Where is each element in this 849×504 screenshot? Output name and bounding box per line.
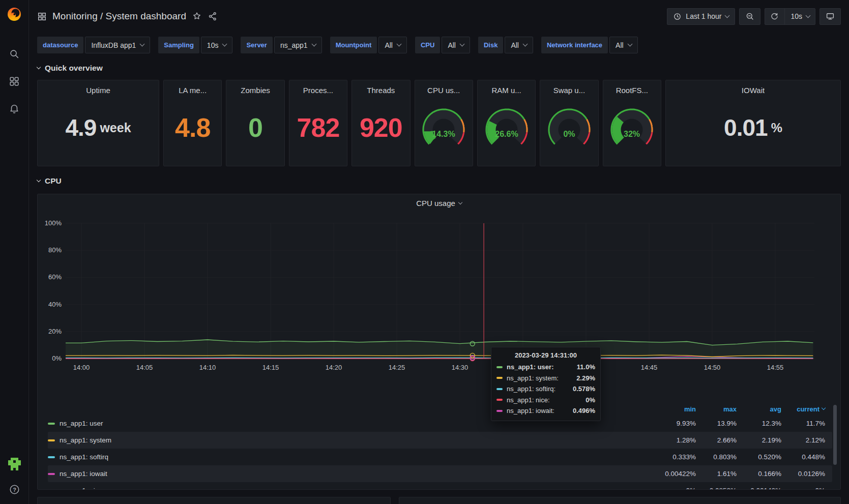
share-icon[interactable] xyxy=(208,11,218,21)
stat-value: 4.8 xyxy=(175,95,210,166)
variable-value-dropdown[interactable]: All xyxy=(505,37,533,53)
dashboard-title[interactable]: Monitoring / System dashboard xyxy=(52,11,186,22)
tooltip-timestamp: 2023-03-29 14:31:00 xyxy=(496,351,595,359)
legend-max-value: 1.61% xyxy=(696,470,737,478)
chevron-down-icon xyxy=(37,178,41,182)
svg-text:60%: 60% xyxy=(48,273,62,281)
partial-panel xyxy=(399,497,841,504)
tooltip-series-row: ns_app1: user:11.0% xyxy=(496,362,595,373)
search-icon[interactable] xyxy=(6,46,23,62)
dashboards-icon[interactable] xyxy=(6,74,23,89)
tooltip-series-value: 0.496% xyxy=(573,407,595,414)
tooltip-series-row: ns_app1: system:2.29% xyxy=(496,373,595,384)
refresh-icon xyxy=(770,12,779,21)
variable-disk: DiskAll xyxy=(478,37,533,53)
variable-value-dropdown[interactable]: 10s xyxy=(201,37,233,53)
variable-value-text: ns_app1 xyxy=(280,41,308,49)
tooltip-series-label: ns_app1: iowait: xyxy=(507,407,554,414)
tooltip-series-label: ns_app1: softirq: xyxy=(507,385,555,393)
chevron-down-icon xyxy=(806,13,811,18)
legend-series-toggle[interactable]: ns_app1: softirq xyxy=(48,453,635,461)
stat-value-number: 0.01 xyxy=(724,114,768,141)
chevron-down-icon xyxy=(311,42,316,47)
svg-text:14:20: 14:20 xyxy=(326,364,342,371)
tooltip-series-value: 11.0% xyxy=(577,363,595,371)
refresh-button[interactable]: 10s xyxy=(765,8,815,25)
sidebar-nav xyxy=(6,46,23,116)
star-icon[interactable] xyxy=(192,11,202,21)
tooltip-series-row: ns_app1: softirq:0.578% xyxy=(496,383,595,395)
variable-label: CPU xyxy=(415,37,440,53)
legend-series-toggle[interactable]: ns_app1: nice xyxy=(48,487,635,489)
legend-scrollbar[interactable] xyxy=(833,405,837,465)
gauge: 0% xyxy=(542,104,596,151)
variable-value-text: 10s xyxy=(207,41,219,49)
variable-value-text: All xyxy=(616,41,624,49)
refresh-interval-label: 10s xyxy=(791,12,802,20)
legend-row-ns-app1-iowait: ns_app1: iowait0.00422%1.61%0.166%0.0126… xyxy=(48,465,832,482)
grafana-logo[interactable] xyxy=(6,6,23,23)
variable-value-dropdown[interactable]: ns_app1 xyxy=(274,37,322,53)
chart-tooltip: 2023-03-29 14:31:00 ns_app1: user:11.0%n… xyxy=(491,347,601,421)
user-avatar[interactable] xyxy=(6,456,23,471)
chevron-down-icon xyxy=(37,65,41,69)
variable-value-text: All xyxy=(448,41,456,49)
stat-value-number: 4.9 xyxy=(65,114,96,141)
section-title: Quick overview xyxy=(45,64,103,73)
svg-text:14:25: 14:25 xyxy=(389,364,405,371)
stat-panel-threads: Threads920 xyxy=(352,80,410,166)
legend-row-ns-app1-softirq: ns_app1: softirq0.333%0.803%0.520%0.448% xyxy=(48,449,832,465)
legend-sort-max[interactable]: max xyxy=(696,405,737,413)
kiosk-mode-button[interactable] xyxy=(819,8,841,25)
variable-value-dropdown[interactable]: InfluxDB app1 xyxy=(85,37,150,53)
variable-value-dropdown[interactable]: All xyxy=(609,37,638,53)
section-title: CPU xyxy=(45,176,62,186)
svg-text:80%: 80% xyxy=(48,246,62,254)
variable-cpu: CPUAll xyxy=(415,37,470,53)
variable-server: Serverns_app1 xyxy=(241,37,321,53)
cpu-usage-chart[interactable]: 0%20%40%60%80%100%14:0014:0514:1014:1514… xyxy=(38,194,840,398)
stat-value: 782 xyxy=(297,95,340,166)
zoom-out-time-button[interactable] xyxy=(739,8,760,25)
tooltip-rows: ns_app1: user:11.0%ns_app1: system:2.29%… xyxy=(496,362,595,417)
legend-row-ns-app1-nice: ns_app1: nice0%0.0852%0.00142%0% xyxy=(48,482,832,489)
chevron-down-icon xyxy=(627,42,632,47)
stat-panel-title: Threads xyxy=(367,86,395,95)
series-color-swatch xyxy=(48,439,55,441)
stat-value-unit: week xyxy=(100,121,131,135)
variable-value-dropdown[interactable]: All xyxy=(442,37,470,53)
panel-title[interactable]: CPU usage xyxy=(38,199,840,207)
time-range-label: Last 1 hour xyxy=(686,12,721,20)
chevron-down-icon xyxy=(140,42,145,47)
svg-text:20%: 20% xyxy=(48,328,62,335)
section-cpu[interactable]: CPU xyxy=(37,174,841,188)
svg-text:32%: 32% xyxy=(624,130,640,138)
svg-text:100%: 100% xyxy=(45,219,62,227)
legend-sort-min[interactable]: min xyxy=(635,405,696,413)
legend-row-ns-app1-system: ns_app1: system1.28%2.66%2.19%2.12% xyxy=(48,432,832,449)
next-row-panels xyxy=(37,497,841,504)
legend-sort-current[interactable]: current xyxy=(781,405,825,413)
stat-value-unit: % xyxy=(771,121,782,135)
series-color-swatch xyxy=(48,423,55,425)
help-icon[interactable]: ? xyxy=(6,482,23,497)
stat-panel-ram-u: RAM u...26.6% xyxy=(477,80,536,166)
section-quick-overview[interactable]: Quick overview xyxy=(37,62,841,75)
series-marker-icon xyxy=(496,388,503,390)
stat-value: 0 xyxy=(248,95,262,166)
legend-sort-avg[interactable]: avg xyxy=(737,405,781,413)
chevron-down-icon xyxy=(458,200,462,204)
time-range-picker[interactable]: Last 1 hour xyxy=(667,8,735,25)
svg-text:14.3%: 14.3% xyxy=(432,130,455,138)
variable-label: Sampling xyxy=(158,37,199,53)
legend-series-toggle[interactable]: ns_app1: system xyxy=(48,436,635,444)
legend-current-value: 11.7% xyxy=(781,420,825,427)
alerting-bell-icon[interactable] xyxy=(6,101,23,116)
clock-icon xyxy=(673,12,682,21)
legend-series-toggle[interactable]: ns_app1: iowait xyxy=(48,470,635,478)
tooltip-series-label: ns_app1: user: xyxy=(507,363,553,371)
variable-value-dropdown[interactable]: All xyxy=(378,37,407,53)
chevron-down-icon xyxy=(725,13,730,18)
tooltip-series-value: 0.578% xyxy=(573,385,595,393)
stat-panel-uptime: Uptime4.9week xyxy=(37,80,159,166)
